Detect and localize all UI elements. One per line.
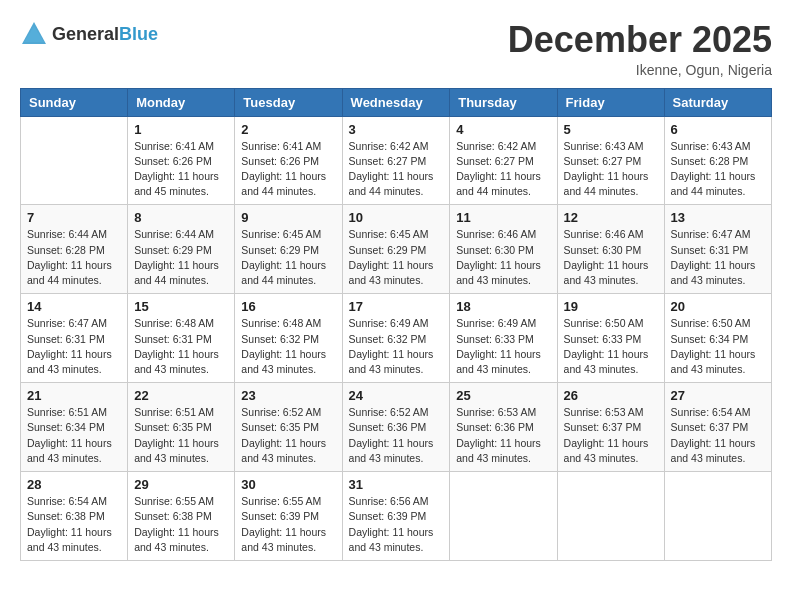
day-info: Sunrise: 6:46 AMSunset: 6:30 PMDaylight:… <box>564 227 658 288</box>
calendar-week-row: 1Sunrise: 6:41 AMSunset: 6:26 PMDaylight… <box>21 116 772 205</box>
day-info: Sunrise: 6:43 AMSunset: 6:28 PMDaylight:… <box>671 139 765 200</box>
day-info: Sunrise: 6:42 AMSunset: 6:27 PMDaylight:… <box>456 139 550 200</box>
weekday-header: Thursday <box>450 88 557 116</box>
logo: General Blue <box>20 20 158 48</box>
weekday-header-row: SundayMondayTuesdayWednesdayThursdayFrid… <box>21 88 772 116</box>
calendar-cell: 5Sunrise: 6:43 AMSunset: 6:27 PMDaylight… <box>557 116 664 205</box>
calendar-cell <box>450 472 557 561</box>
month-title: December 2025 <box>508 20 772 60</box>
calendar-cell: 23Sunrise: 6:52 AMSunset: 6:35 PMDayligh… <box>235 383 342 472</box>
day-info: Sunrise: 6:45 AMSunset: 6:29 PMDaylight:… <box>241 227 335 288</box>
weekday-header: Tuesday <box>235 88 342 116</box>
weekday-header: Saturday <box>664 88 771 116</box>
day-number: 6 <box>671 122 765 137</box>
calendar-cell: 11Sunrise: 6:46 AMSunset: 6:30 PMDayligh… <box>450 205 557 294</box>
calendar-cell: 26Sunrise: 6:53 AMSunset: 6:37 PMDayligh… <box>557 383 664 472</box>
day-info: Sunrise: 6:55 AMSunset: 6:39 PMDaylight:… <box>241 494 335 555</box>
day-info: Sunrise: 6:42 AMSunset: 6:27 PMDaylight:… <box>349 139 444 200</box>
day-number: 16 <box>241 299 335 314</box>
calendar-cell: 17Sunrise: 6:49 AMSunset: 6:32 PMDayligh… <box>342 294 450 383</box>
weekday-header: Wednesday <box>342 88 450 116</box>
location: Ikenne, Ogun, Nigeria <box>508 62 772 78</box>
logo-text-general: General <box>52 25 119 43</box>
weekday-header: Friday <box>557 88 664 116</box>
calendar-cell: 1Sunrise: 6:41 AMSunset: 6:26 PMDaylight… <box>128 116 235 205</box>
day-number: 13 <box>671 210 765 225</box>
calendar-cell: 27Sunrise: 6:54 AMSunset: 6:37 PMDayligh… <box>664 383 771 472</box>
calendar-week-row: 7Sunrise: 6:44 AMSunset: 6:28 PMDaylight… <box>21 205 772 294</box>
calendar-cell: 12Sunrise: 6:46 AMSunset: 6:30 PMDayligh… <box>557 205 664 294</box>
day-number: 26 <box>564 388 658 403</box>
calendar-cell <box>21 116 128 205</box>
day-number: 21 <box>27 388 121 403</box>
day-info: Sunrise: 6:56 AMSunset: 6:39 PMDaylight:… <box>349 494 444 555</box>
calendar-cell: 14Sunrise: 6:47 AMSunset: 6:31 PMDayligh… <box>21 294 128 383</box>
day-info: Sunrise: 6:48 AMSunset: 6:31 PMDaylight:… <box>134 316 228 377</box>
day-number: 18 <box>456 299 550 314</box>
day-info: Sunrise: 6:54 AMSunset: 6:37 PMDaylight:… <box>671 405 765 466</box>
day-number: 9 <box>241 210 335 225</box>
day-info: Sunrise: 6:51 AMSunset: 6:34 PMDaylight:… <box>27 405 121 466</box>
day-info: Sunrise: 6:50 AMSunset: 6:34 PMDaylight:… <box>671 316 765 377</box>
calendar-cell: 3Sunrise: 6:42 AMSunset: 6:27 PMDaylight… <box>342 116 450 205</box>
day-info: Sunrise: 6:50 AMSunset: 6:33 PMDaylight:… <box>564 316 658 377</box>
day-info: Sunrise: 6:44 AMSunset: 6:28 PMDaylight:… <box>27 227 121 288</box>
day-number: 22 <box>134 388 228 403</box>
day-info: Sunrise: 6:49 AMSunset: 6:33 PMDaylight:… <box>456 316 550 377</box>
day-number: 25 <box>456 388 550 403</box>
day-info: Sunrise: 6:53 AMSunset: 6:37 PMDaylight:… <box>564 405 658 466</box>
day-number: 20 <box>671 299 765 314</box>
calendar-cell <box>664 472 771 561</box>
day-info: Sunrise: 6:45 AMSunset: 6:29 PMDaylight:… <box>349 227 444 288</box>
day-info: Sunrise: 6:52 AMSunset: 6:35 PMDaylight:… <box>241 405 335 466</box>
weekday-header: Sunday <box>21 88 128 116</box>
calendar-cell: 28Sunrise: 6:54 AMSunset: 6:38 PMDayligh… <box>21 472 128 561</box>
logo-icon <box>20 20 48 48</box>
day-number: 27 <box>671 388 765 403</box>
calendar-cell: 10Sunrise: 6:45 AMSunset: 6:29 PMDayligh… <box>342 205 450 294</box>
day-number: 1 <box>134 122 228 137</box>
day-number: 29 <box>134 477 228 492</box>
calendar-cell: 20Sunrise: 6:50 AMSunset: 6:34 PMDayligh… <box>664 294 771 383</box>
day-info: Sunrise: 6:49 AMSunset: 6:32 PMDaylight:… <box>349 316 444 377</box>
svg-marker-1 <box>24 26 44 42</box>
day-number: 14 <box>27 299 121 314</box>
day-info: Sunrise: 6:48 AMSunset: 6:32 PMDaylight:… <box>241 316 335 377</box>
day-number: 19 <box>564 299 658 314</box>
day-number: 7 <box>27 210 121 225</box>
day-number: 30 <box>241 477 335 492</box>
day-number: 4 <box>456 122 550 137</box>
calendar-cell: 6Sunrise: 6:43 AMSunset: 6:28 PMDaylight… <box>664 116 771 205</box>
calendar-cell: 7Sunrise: 6:44 AMSunset: 6:28 PMDaylight… <box>21 205 128 294</box>
day-info: Sunrise: 6:53 AMSunset: 6:36 PMDaylight:… <box>456 405 550 466</box>
calendar-table: SundayMondayTuesdayWednesdayThursdayFrid… <box>20 88 772 561</box>
calendar-cell: 24Sunrise: 6:52 AMSunset: 6:36 PMDayligh… <box>342 383 450 472</box>
day-number: 17 <box>349 299 444 314</box>
day-info: Sunrise: 6:52 AMSunset: 6:36 PMDaylight:… <box>349 405 444 466</box>
day-number: 31 <box>349 477 444 492</box>
day-number: 11 <box>456 210 550 225</box>
day-number: 3 <box>349 122 444 137</box>
day-info: Sunrise: 6:44 AMSunset: 6:29 PMDaylight:… <box>134 227 228 288</box>
day-number: 24 <box>349 388 444 403</box>
day-info: Sunrise: 6:55 AMSunset: 6:38 PMDaylight:… <box>134 494 228 555</box>
day-info: Sunrise: 6:43 AMSunset: 6:27 PMDaylight:… <box>564 139 658 200</box>
day-number: 5 <box>564 122 658 137</box>
day-number: 2 <box>241 122 335 137</box>
day-info: Sunrise: 6:46 AMSunset: 6:30 PMDaylight:… <box>456 227 550 288</box>
day-info: Sunrise: 6:47 AMSunset: 6:31 PMDaylight:… <box>27 316 121 377</box>
calendar-cell: 19Sunrise: 6:50 AMSunset: 6:33 PMDayligh… <box>557 294 664 383</box>
calendar-week-row: 21Sunrise: 6:51 AMSunset: 6:34 PMDayligh… <box>21 383 772 472</box>
logo-text-blue: Blue <box>119 25 158 43</box>
calendar-week-row: 28Sunrise: 6:54 AMSunset: 6:38 PMDayligh… <box>21 472 772 561</box>
day-info: Sunrise: 6:41 AMSunset: 6:26 PMDaylight:… <box>241 139 335 200</box>
calendar-cell: 13Sunrise: 6:47 AMSunset: 6:31 PMDayligh… <box>664 205 771 294</box>
day-number: 23 <box>241 388 335 403</box>
calendar-cell: 15Sunrise: 6:48 AMSunset: 6:31 PMDayligh… <box>128 294 235 383</box>
day-info: Sunrise: 6:41 AMSunset: 6:26 PMDaylight:… <box>134 139 228 200</box>
title-block: December 2025 Ikenne, Ogun, Nigeria <box>508 20 772 78</box>
calendar-cell: 18Sunrise: 6:49 AMSunset: 6:33 PMDayligh… <box>450 294 557 383</box>
day-number: 28 <box>27 477 121 492</box>
day-number: 8 <box>134 210 228 225</box>
calendar-cell: 2Sunrise: 6:41 AMSunset: 6:26 PMDaylight… <box>235 116 342 205</box>
